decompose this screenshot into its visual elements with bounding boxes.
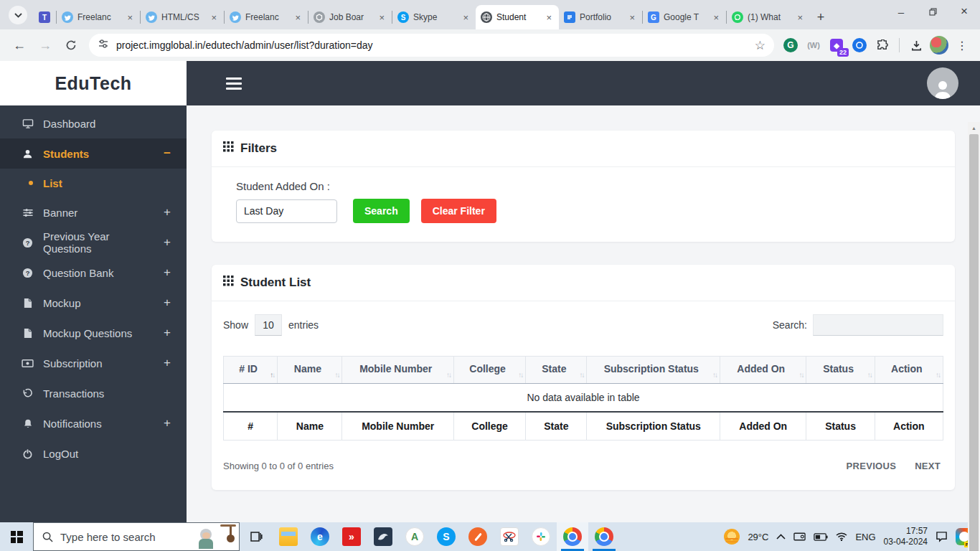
new-tab-button[interactable]: + bbox=[810, 5, 831, 29]
expand-plus-icon[interactable]: + bbox=[164, 265, 171, 280]
forward-button[interactable]: → bbox=[33, 33, 57, 57]
reload-button[interactable] bbox=[59, 33, 83, 57]
column-header-college[interactable]: College↑↓ bbox=[453, 357, 525, 384]
column-header-status[interactable]: Status↑↓ bbox=[806, 357, 875, 384]
close-tab-icon[interactable]: × bbox=[627, 12, 637, 23]
expand-plus-icon[interactable]: + bbox=[164, 235, 171, 250]
previous-page-button[interactable]: PREVIOUS bbox=[847, 461, 897, 471]
file-explorer-button[interactable] bbox=[273, 522, 304, 551]
sort-icon[interactable]: ↑↓ bbox=[446, 371, 451, 379]
tab-skype[interactable]: S Skype × bbox=[392, 5, 476, 29]
profile-avatar[interactable] bbox=[928, 34, 950, 56]
student-added-on-input[interactable] bbox=[236, 199, 337, 223]
expand-plus-icon[interactable]: + bbox=[164, 416, 171, 430]
column-header-mobile[interactable]: Mobile Number↑↓ bbox=[342, 357, 453, 384]
expand-plus-icon[interactable]: + bbox=[164, 296, 171, 310]
browser-menu-kebab-icon[interactable]: ⋮ bbox=[951, 34, 973, 56]
sidebar-item-banner[interactable]: Banner + bbox=[0, 197, 187, 227]
restore-window-button[interactable] bbox=[917, 0, 948, 23]
back-button[interactable]: ← bbox=[7, 33, 32, 57]
sidebar-item-mockup-questions[interactable]: Mockup Questions + bbox=[0, 318, 187, 348]
battery-icon[interactable] bbox=[814, 533, 828, 541]
clear-filter-button[interactable]: Clear Filter bbox=[421, 199, 496, 223]
skype-button[interactable]: S bbox=[430, 522, 462, 551]
sidebar-subitem-list[interactable]: List bbox=[0, 169, 187, 197]
slack-button[interactable] bbox=[525, 522, 557, 551]
column-header-added-on[interactable]: Added On↑↓ bbox=[720, 357, 806, 384]
tab-job-board[interactable]: Job Boar × bbox=[308, 5, 392, 29]
close-tab-icon[interactable]: × bbox=[293, 12, 303, 23]
expand-plus-icon[interactable]: + bbox=[164, 356, 171, 370]
sort-icon[interactable]: ↑↓ bbox=[270, 371, 274, 379]
collapse-minus-icon[interactable]: − bbox=[164, 146, 171, 161]
sidebar-item-question-bank[interactable]: ? Question Bank + bbox=[0, 258, 187, 288]
chrome-button-2[interactable] bbox=[588, 522, 620, 551]
close-tab-icon[interactable]: × bbox=[795, 12, 805, 23]
tab-search-chevron-icon[interactable] bbox=[9, 6, 27, 24]
grammarly-extension-icon[interactable]: G bbox=[780, 34, 801, 56]
bookmark-star-icon[interactable]: ☆ bbox=[755, 38, 765, 53]
sort-icon[interactable]: ↑↓ bbox=[518, 371, 522, 379]
column-header-action[interactable]: Action↑↓ bbox=[875, 357, 943, 384]
column-header-state[interactable]: State↑↓ bbox=[526, 357, 587, 384]
sort-icon[interactable]: ↑↓ bbox=[334, 371, 339, 379]
brand-logo[interactable]: EduTech bbox=[0, 61, 187, 105]
close-tab-icon[interactable]: × bbox=[209, 12, 219, 23]
chrome-button-active[interactable] bbox=[557, 522, 588, 551]
weather-icon[interactable] bbox=[724, 529, 740, 545]
sidebar-item-previous-year-questions[interactable]: ? Previous Year Questions + bbox=[0, 227, 187, 258]
tab-student-list-active[interactable]: Student × bbox=[476, 5, 559, 29]
extension-icon[interactable]: (W) bbox=[803, 34, 824, 56]
browser-scrollbar[interactable]: ▲ ▼ bbox=[968, 122, 980, 551]
expand-plus-icon[interactable]: + bbox=[164, 205, 171, 220]
column-header-name[interactable]: Name↑↓ bbox=[278, 357, 342, 384]
action-center-icon[interactable] bbox=[936, 531, 948, 542]
close-window-button[interactable]: × bbox=[948, 0, 980, 23]
pinned-tab-teams[interactable]: T bbox=[33, 5, 56, 29]
tab-htmlcss[interactable]: HTML/CS × bbox=[141, 5, 224, 29]
anydesk-button[interactable]: » bbox=[336, 522, 367, 551]
sidebar-item-mockup[interactable]: Mockup + bbox=[0, 288, 187, 318]
minimize-window-button[interactable]: – bbox=[885, 0, 917, 23]
sort-icon[interactable]: ↑↓ bbox=[867, 371, 872, 379]
search-button[interactable]: Search bbox=[353, 199, 410, 223]
extension-icon-blue[interactable] bbox=[849, 34, 870, 56]
taskbar-clock[interactable]: 17:57 03-04-2024 bbox=[884, 526, 928, 547]
sort-icon[interactable]: ↑↓ bbox=[579, 371, 583, 379]
snipping-tool-button[interactable] bbox=[494, 522, 525, 551]
close-tab-icon[interactable]: × bbox=[377, 12, 387, 23]
taskbar-search-box[interactable]: Type here to search bbox=[33, 522, 240, 551]
url-text[interactable]: project.imgglobal.in/edutech/admin/user/… bbox=[116, 39, 748, 51]
sidebar-item-transactions[interactable]: Transactions bbox=[0, 378, 187, 408]
sort-icon[interactable]: ↑↓ bbox=[936, 371, 940, 379]
sort-icon[interactable]: ↑↓ bbox=[712, 371, 717, 379]
expand-plus-icon[interactable]: + bbox=[164, 326, 171, 340]
compass-app-button[interactable]: A bbox=[399, 522, 430, 551]
next-page-button[interactable]: NEXT bbox=[915, 461, 941, 471]
scrollbar-thumb[interactable] bbox=[969, 134, 979, 551]
hidden-icons-chevron[interactable] bbox=[776, 534, 786, 540]
pen-app-button[interactable] bbox=[462, 522, 494, 551]
tab-freelance-2[interactable]: Freelanc × bbox=[225, 5, 308, 29]
sidebar-item-dashboard[interactable]: Dashboard bbox=[0, 108, 187, 138]
close-tab-icon[interactable]: × bbox=[711, 12, 721, 23]
start-button[interactable] bbox=[0, 522, 33, 551]
site-settings-icon[interactable] bbox=[98, 38, 109, 52]
user-avatar[interactable] bbox=[927, 67, 958, 99]
sort-icon[interactable]: ↑↓ bbox=[798, 371, 803, 379]
extensions-puzzle-icon[interactable] bbox=[872, 34, 893, 56]
page-size-select[interactable]: 10 bbox=[255, 314, 282, 336]
column-header-subscription[interactable]: Subscription Status↑↓ bbox=[587, 357, 720, 384]
sidebar-item-notifications[interactable]: Notifications + bbox=[0, 408, 187, 438]
column-header-id[interactable]: # ID↑↓ bbox=[224, 357, 278, 384]
tab-whatsapp[interactable]: (1) What × bbox=[727, 5, 810, 29]
sidebar-item-subscription[interactable]: Subscription + bbox=[0, 348, 187, 378]
hamburger-menu-icon[interactable] bbox=[226, 75, 242, 93]
task-view-button[interactable] bbox=[240, 522, 273, 551]
downloads-icon[interactable] bbox=[905, 34, 927, 56]
tab-portfolio[interactable]: Portfolio × bbox=[559, 5, 642, 29]
search-highlight-image[interactable] bbox=[196, 523, 239, 550]
wifi-icon[interactable] bbox=[836, 532, 847, 541]
tab-google-translate[interactable]: G Google T × bbox=[643, 5, 726, 29]
sidebar-item-logout[interactable]: LogOut bbox=[0, 438, 187, 468]
